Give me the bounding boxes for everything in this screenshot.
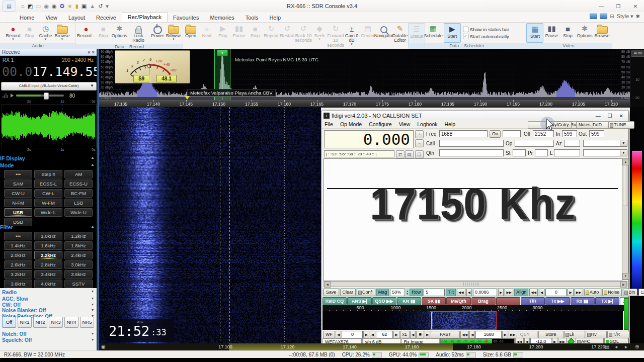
filter-button-SSTV[interactable]: SSTV xyxy=(64,280,93,288)
wf-stop-button[interactable]: ■ xyxy=(416,331,424,338)
ribbon-button-forward-seconds[interactable]: ↻Forward 10 seconds xyxy=(328,23,344,48)
notes-tab[interactable]: Notes xyxy=(576,121,593,129)
ribbon-button-prev[interactable]: «Prev xyxy=(167,23,183,48)
combo-2[interactable]: ▼ xyxy=(583,149,627,156)
tab-rec-playback[interactable]: Rec/Playback xyxy=(122,12,168,22)
lock-icon[interactable]: ▮ xyxy=(75,4,78,9)
radio-row-agc[interactable]: AGC: Slow▾ xyxy=(0,296,97,302)
ribbon-button-start[interactable]: ▦Start xyxy=(526,23,543,43)
qsy-button[interactable]: QSY xyxy=(518,331,538,338)
ribbon-button-browse[interactable]: Browse xyxy=(594,23,611,43)
play-circle-icon[interactable]: ◉ xyxy=(44,4,49,9)
audio-device-select[interactable]: CABLE Input (VB-Audio Virtual Cable)▼ xyxy=(1,82,97,90)
ribbon-button-pause[interactable]: ▮▮Pause xyxy=(231,23,247,48)
fldigi-menu-configure[interactable]: Configure xyxy=(369,121,392,127)
style-button[interactable]: Style ▾ xyxy=(617,13,633,20)
mag-value[interactable]: 50% xyxy=(390,289,405,296)
ribbon-button-repeat[interactable]: ↻Repeat xyxy=(263,23,279,48)
filter-button-1.6kHz[interactable]: 1.6kHz xyxy=(34,241,62,250)
freq-down[interactable]: ◀ xyxy=(469,331,475,338)
wefax-band-selection[interactable] xyxy=(430,311,497,330)
freq-up[interactable]: ▶ xyxy=(502,331,508,338)
pr-field[interactable] xyxy=(535,149,548,156)
mode-button-LSB[interactable]: LSB xyxy=(64,199,93,207)
mode-button-SAM[interactable]: SAM xyxy=(4,179,32,188)
close-button[interactable]: ✕ xyxy=(627,1,644,12)
spectrum-display[interactable]: 1 Meteofax Point Reyes NMC 15.30 UTC Met… xyxy=(99,49,644,100)
tab-favourites[interactable]: Favourites xyxy=(168,13,204,22)
rx-marker-badge[interactable]: 1 xyxy=(217,50,228,56)
ribbon-button-status[interactable]: ☰Status xyxy=(408,23,425,48)
ribbon-button-gain-db[interactable]: ±Gain 0 dB▼ xyxy=(344,23,360,48)
volume-slider[interactable] xyxy=(16,95,64,97)
mode-button-N-FM[interactable]: N-FM xyxy=(4,199,32,207)
tilt-prev-fast[interactable]: ◀◀ xyxy=(457,289,465,296)
more-icon[interactable]: ▾ xyxy=(106,4,109,9)
range-prev[interactable]: ◀ xyxy=(370,331,375,338)
nav-recenter-icon[interactable]: ◉ xyxy=(101,344,106,349)
align-prev[interactable]: ◀ xyxy=(539,289,544,296)
cnty-cntry-tab[interactable]: Cnty/Cntry xyxy=(545,121,572,129)
filter-button-3.0kHz[interactable]: 3.0kHz xyxy=(64,260,93,269)
fldigi-qrz-globe-button[interactable]: ◔ xyxy=(415,130,424,138)
monitor-2-icon[interactable] xyxy=(600,14,607,19)
wf-mode-button[interactable]: WF xyxy=(323,331,335,338)
lock-toggle[interactable]: Lk xyxy=(564,331,585,338)
radio-row-cw[interactable]: CW: Off▾ xyxy=(0,302,97,308)
off-field[interactable]: 2152 xyxy=(533,130,554,137)
filter-button-3.8kHz[interactable]: 3.8kHz xyxy=(4,280,32,288)
fldigi-browse-button[interactable]: ❏ xyxy=(415,150,424,158)
nr-button-nr4[interactable]: NR4 xyxy=(64,317,78,328)
app-icon[interactable]: ▤ xyxy=(2,1,16,12)
favourite-icon[interactable]: ★ xyxy=(67,4,72,9)
align-next[interactable]: ▶ xyxy=(568,289,573,296)
filter-button-3.4kHz[interactable]: 3.4kHz xyxy=(34,270,62,279)
macro-sk-[interactable]: SK ▮▮ xyxy=(422,297,446,305)
tab-help[interactable]: Help xyxy=(264,13,286,22)
volume-slider-thumb[interactable] xyxy=(44,93,49,100)
lower-limit-prev[interactable]: ◀ xyxy=(336,331,341,338)
mode-button-ECSS-U[interactable]: ECSS-U xyxy=(64,179,93,188)
monitor-1-icon[interactable] xyxy=(590,14,597,19)
camera-icon[interactable]: ▣ xyxy=(82,4,87,9)
settings-gear-icon[interactable]: ✱ xyxy=(636,14,640,19)
freq-up-fast[interactable]: ▶▶ xyxy=(509,331,517,338)
fldigi-close-button[interactable]: ✕ xyxy=(619,113,623,119)
bin-toggle[interactable]: Bin xyxy=(623,289,637,296)
image-horizontal-scrollbar[interactable]: ◀▶ xyxy=(324,281,627,287)
ribbon-button-power[interactable]: Power xyxy=(149,23,166,44)
ribbon-button-schedule[interactable]: ▦Schedule xyxy=(423,23,444,43)
undo-icon[interactable]: ↺ xyxy=(98,4,103,9)
minimize-button[interactable]: — xyxy=(593,1,610,12)
filter-button-2.8kHz[interactable]: 2.8kHz xyxy=(34,260,62,269)
macro-tx-[interactable]: TX ▶| xyxy=(595,297,619,305)
filter-button-3.2kHz[interactable]: 3.2kHz xyxy=(4,270,32,279)
on-field[interactable] xyxy=(503,130,521,137)
fldigi-menu-view[interactable]: View xyxy=(399,121,411,127)
shift-left[interactable]: ◀ xyxy=(410,331,416,338)
macro-kn-[interactable]: KN ▮▮ xyxy=(397,297,421,305)
in-field[interactable]: 599 xyxy=(562,130,577,137)
mode-button-CW-U[interactable]: CW-U xyxy=(4,189,32,198)
radio-header[interactable]: Radio▾ xyxy=(0,289,97,295)
maximize-button[interactable]: ❒ xyxy=(610,1,627,12)
record-circle-icon[interactable]: ◉ xyxy=(52,4,57,9)
ribbon-button-seek[interactable]: ◆Seek▼ xyxy=(311,23,328,48)
macro-t-r[interactable]: T/R xyxy=(521,297,545,305)
fldigi-menu-op-mode[interactable]: Op Mode xyxy=(340,121,362,127)
tab-memories[interactable]: Memories xyxy=(204,13,239,22)
collapse-icon[interactable]: ▾ xyxy=(88,50,90,55)
macro-qso-[interactable]: QSO ▶▶ xyxy=(372,297,396,305)
fldigi-clear-log-broom-button[interactable]: ⌁ xyxy=(415,139,424,147)
image-vertical-scrollbar[interactable]: ▲▼ xyxy=(622,158,628,280)
wf-speed-button[interactable]: FAST xyxy=(431,331,460,338)
main-waterfall[interactable]: UTC 21:52 :33 xyxy=(99,107,321,343)
fldigi-menu-file[interactable]: File xyxy=(325,121,333,127)
ribbon-button-options[interactable]: ✱Options xyxy=(576,23,593,43)
nav-icon[interactable]: ▤ xyxy=(605,344,609,349)
fldigi-minimize-button[interactable]: — xyxy=(596,113,601,119)
ribbon-button-back-seconds[interactable]: ↺Back 10 seconds xyxy=(295,23,311,48)
ribbon-button-start[interactable]: ▶Start xyxy=(444,23,461,43)
ribbon-button-next[interactable]: »Next xyxy=(199,23,215,48)
filter-button-1.8kHz[interactable]: 1.8kHz xyxy=(64,241,93,250)
